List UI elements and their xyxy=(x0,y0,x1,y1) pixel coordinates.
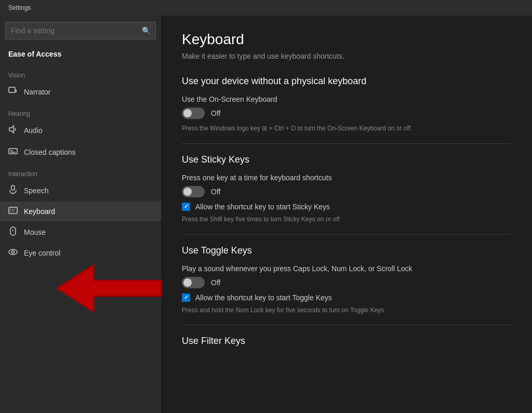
toggle-thumb-sticky xyxy=(183,188,192,196)
sidebar-item-audio[interactable]: Audio xyxy=(0,119,161,141)
title-bar: Settings xyxy=(0,0,532,16)
svg-point-15 xyxy=(9,249,17,255)
toggle-keys-label: Play a sound whenever you press Caps Loc… xyxy=(182,264,511,273)
on-screen-label: Use the On-Screen Keyboard xyxy=(182,95,511,103)
sticky-checkbox-row: Allow the shortcut key to start Sticky K… xyxy=(182,203,511,211)
on-screen-toggle-row: Off xyxy=(182,108,511,119)
captions-label: Closed captions xyxy=(24,148,76,156)
sidebar-item-mouse[interactable]: Mouse xyxy=(0,221,161,243)
section-heading-filter: Use Filter Keys xyxy=(182,336,511,347)
svg-rect-7 xyxy=(9,207,17,214)
toggle-keys-state: Off xyxy=(211,278,220,287)
narrator-icon xyxy=(8,86,18,98)
keyboard-icon xyxy=(8,207,18,216)
toggle-keys-checkbox-label: Allow the shortcut key to start Toggle K… xyxy=(195,294,332,302)
on-screen-toggle-state: Off xyxy=(211,109,220,117)
page-title: Keyboard xyxy=(182,31,511,48)
sidebar-item-eye-control[interactable]: Eye control xyxy=(0,243,161,263)
sticky-checkbox-label: Allow the shortcut key to start Sticky K… xyxy=(195,203,330,211)
section-heading-on-screen: Use your device without a physical keybo… xyxy=(182,76,511,87)
app-title: Settings xyxy=(8,4,31,11)
sidebar-item-narrator[interactable]: Narrator xyxy=(0,81,161,103)
captions-icon xyxy=(8,146,18,158)
on-screen-toggle[interactable] xyxy=(182,108,205,119)
svg-rect-0 xyxy=(9,87,15,92)
mouse-label: Mouse xyxy=(24,228,46,236)
toggle-keys-toggle-row: Off xyxy=(182,277,511,288)
toggle-thumb xyxy=(183,109,192,117)
nav-group-interaction: Interaction xyxy=(0,163,161,180)
eye-control-icon xyxy=(8,248,18,258)
search-icon: 🔍 xyxy=(142,26,151,35)
on-screen-keyboard-setting: Use the On-Screen Keyboard Off Press the… xyxy=(182,95,511,133)
sidebar-item-closed-captions[interactable]: Closed captions xyxy=(0,141,161,163)
svg-point-16 xyxy=(12,251,15,254)
svg-rect-2 xyxy=(9,149,17,154)
speech-label: Speech xyxy=(24,186,48,195)
main-content: Keyboard Make it easier to type and use … xyxy=(161,16,532,413)
page-subtitle: Make it easier to type and use keyboard … xyxy=(182,52,511,60)
sticky-toggle-row: Off xyxy=(182,186,511,197)
keyboard-label: Keyboard xyxy=(24,207,55,216)
sidebar-item-speech[interactable]: Speech xyxy=(0,180,161,202)
sticky-keys-label: Press one key at a time for keyboard sho… xyxy=(182,174,511,182)
toggle-keys-setting: Play a sound whenever you press Caps Loc… xyxy=(182,264,511,315)
audio-label: Audio xyxy=(24,126,43,135)
sticky-toggle-state: Off xyxy=(211,188,220,196)
sidebar-item-keyboard[interactable]: Keyboard xyxy=(0,202,161,221)
nav-group-hearing: Hearing xyxy=(0,103,161,119)
speech-icon xyxy=(8,185,18,196)
sticky-keys-setting: Press one key at a time for keyboard sho… xyxy=(182,174,511,224)
nav-group-vision: Vision xyxy=(0,64,161,81)
divider-1 xyxy=(182,143,511,144)
divider-2 xyxy=(182,234,511,235)
section-title: Ease of Access xyxy=(0,46,161,64)
toggle-keys-checkbox-row: Allow the shortcut key to start Toggle K… xyxy=(182,294,511,302)
toggle-keys-checkbox[interactable] xyxy=(182,294,190,302)
on-screen-hint: Press the Windows logo key ⊞ + Ctrl + O … xyxy=(182,124,473,133)
section-heading-sticky: Use Sticky Keys xyxy=(182,154,511,165)
search-container: 🔍 xyxy=(5,22,156,39)
toggle-keys-toggle[interactable] xyxy=(182,277,205,288)
svg-rect-5 xyxy=(11,185,15,190)
sticky-hint: Press the Shift key five times to turn S… xyxy=(182,215,473,224)
svg-marker-1 xyxy=(9,126,14,133)
eye-control-label: Eye control xyxy=(24,249,60,257)
mouse-icon xyxy=(8,227,18,238)
narrator-label: Narrator xyxy=(24,88,50,96)
toggle-thumb-toggle-keys xyxy=(183,278,192,287)
section-heading-toggle: Use Toggle Keys xyxy=(182,245,511,256)
divider-3 xyxy=(182,325,511,325)
search-input[interactable] xyxy=(5,22,156,39)
sticky-checkbox[interactable] xyxy=(182,203,190,211)
sidebar: 🔍 Ease of Access Vision Narrator Hearing xyxy=(0,16,161,413)
sticky-keys-toggle[interactable] xyxy=(182,186,205,197)
toggle-keys-hint: Press and hold the Num Lock key for five… xyxy=(182,306,473,315)
audio-icon xyxy=(8,125,18,136)
